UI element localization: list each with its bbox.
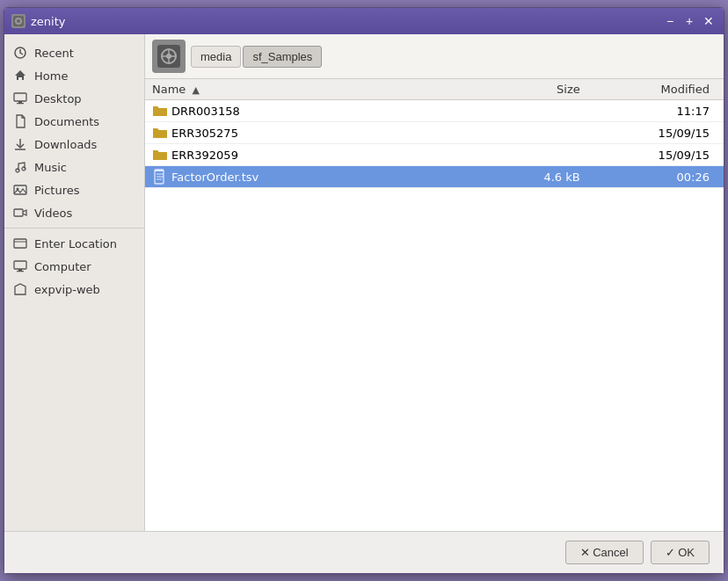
svg-rect-17 <box>17 271 24 272</box>
table-row[interactable]: ERR30527515/09/15 <box>145 122 724 144</box>
svg-point-8 <box>16 169 19 172</box>
svg-rect-13 <box>14 239 26 248</box>
sidebar-item-documents[interactable]: Documents <box>4 110 144 133</box>
sidebar-label-documents: Documents <box>34 115 99 128</box>
maximize-button[interactable]: + <box>681 13 697 29</box>
sidebar-item-expvip-web[interactable]: expvip-web <box>4 278 144 301</box>
table-row[interactable]: ERR39205915/09/15 <box>145 144 724 166</box>
sidebar-item-home[interactable]: Home <box>4 64 144 87</box>
folder-icon <box>152 147 168 163</box>
main-content: Recent Home Desktop Documents <box>4 34 724 531</box>
sidebar-label-recent: Recent <box>34 47 74 60</box>
breadcrumb-media-tab[interactable]: media <box>191 46 241 68</box>
sidebar-label-pictures: Pictures <box>34 184 79 197</box>
window-icon <box>11 14 25 28</box>
downloads-icon <box>13 137 27 151</box>
sidebar-label-enter-location: Enter Location <box>34 237 117 251</box>
documents-icon <box>13 114 27 128</box>
breadcrumb-folder-icon <box>152 40 186 73</box>
close-button[interactable]: ✕ <box>701 13 717 29</box>
folder-icon <box>152 125 168 141</box>
expvip-web-icon <box>13 282 27 296</box>
ok-button[interactable]: ✓ OK <box>651 541 710 564</box>
pictures-icon <box>13 183 27 197</box>
titlebar-controls: − + ✕ <box>662 13 717 29</box>
file-name-cell: FactorOrder.tsv <box>145 166 492 188</box>
file-name-label: DRR003158 <box>171 105 240 118</box>
file-modified-cell: 15/09/15 <box>587 122 724 144</box>
home-icon <box>13 69 27 83</box>
svg-point-2 <box>17 19 20 23</box>
file-icon <box>152 169 168 185</box>
window: zenity − + ✕ Recent Home <box>4 7 724 574</box>
table-row[interactable]: FactorOrder.tsv4.6 kB00:26 <box>145 166 724 188</box>
sidebar-item-computer[interactable]: Computer <box>4 255 144 278</box>
sidebar-item-music[interactable]: Music <box>4 156 144 178</box>
breadcrumb-bar: media sf_Samples <box>145 34 724 79</box>
music-icon <box>13 160 27 174</box>
sidebar-item-videos[interactable]: Videos <box>4 201 144 224</box>
enter-location-icon <box>13 236 27 251</box>
column-header-name[interactable]: Name ▲ <box>145 79 492 100</box>
table-row[interactable]: DRR00315811:17 <box>145 100 724 122</box>
column-header-size[interactable]: Size <box>492 79 587 100</box>
file-name-label: FactorOrder.tsv <box>171 171 258 184</box>
sidebar-item-recent[interactable]: Recent <box>4 41 144 64</box>
file-size-cell: 4.6 kB <box>492 166 587 188</box>
sidebar-label-home: Home <box>34 69 68 83</box>
folder-icon <box>152 103 168 119</box>
sidebar: Recent Home Desktop Documents <box>4 34 145 531</box>
videos-icon <box>13 206 27 220</box>
file-area: media sf_Samples Name ▲ Size <box>145 34 724 531</box>
sort-arrow-icon: ▲ <box>193 84 200 96</box>
svg-point-9 <box>22 167 25 171</box>
file-name-label: ERR305275 <box>171 127 238 140</box>
file-table: Name ▲ Size Modified DRR00315811 <box>145 79 724 531</box>
footer: ✕ Cancel ✓ OK <box>4 531 724 573</box>
svg-rect-16 <box>18 269 22 271</box>
svg-rect-4 <box>14 93 26 101</box>
titlebar: zenity − + ✕ <box>4 8 724 34</box>
recent-icon <box>13 46 27 60</box>
file-modified-cell: 15/09/15 <box>587 144 724 166</box>
file-modified-cell: 11:17 <box>587 100 724 122</box>
file-name-cell: ERR392059 <box>145 144 492 166</box>
sidebar-label-desktop: Desktop <box>34 92 82 105</box>
titlebar-title: zenity <box>31 15 65 28</box>
cancel-button[interactable]: ✕ Cancel <box>565 541 644 564</box>
minimize-button[interactable]: − <box>662 13 678 29</box>
sidebar-item-downloads[interactable]: Downloads <box>4 133 144 156</box>
file-name-cell: ERR305275 <box>145 122 492 144</box>
computer-icon <box>13 259 27 273</box>
column-header-modified[interactable]: Modified <box>587 79 724 100</box>
titlebar-left: zenity <box>11 14 65 28</box>
sidebar-label-music: Music <box>34 161 67 174</box>
sidebar-label-videos: Videos <box>34 207 72 220</box>
svg-rect-6 <box>17 103 24 104</box>
sidebar-label-expvip-web: expvip-web <box>34 283 100 296</box>
file-size-cell <box>492 100 587 122</box>
breadcrumb-sf-samples-tab[interactable]: sf_Samples <box>243 46 322 68</box>
file-modified-cell: 00:26 <box>587 166 724 188</box>
svg-rect-12 <box>14 209 23 216</box>
sidebar-separator <box>4 228 144 229</box>
file-size-cell <box>492 144 587 166</box>
svg-rect-5 <box>18 101 22 103</box>
svg-rect-15 <box>14 261 26 269</box>
sidebar-item-desktop[interactable]: Desktop <box>4 87 144 110</box>
sidebar-item-enter-location[interactable]: Enter Location <box>4 232 144 255</box>
file-size-cell <box>492 122 587 144</box>
sidebar-label-computer: Computer <box>34 260 91 273</box>
sidebar-item-pictures[interactable]: Pictures <box>4 178 144 201</box>
file-name-cell: DRR003158 <box>145 100 492 122</box>
file-name-label: ERR392059 <box>171 149 238 162</box>
sidebar-label-downloads: Downloads <box>34 138 97 151</box>
desktop-icon <box>13 91 27 105</box>
